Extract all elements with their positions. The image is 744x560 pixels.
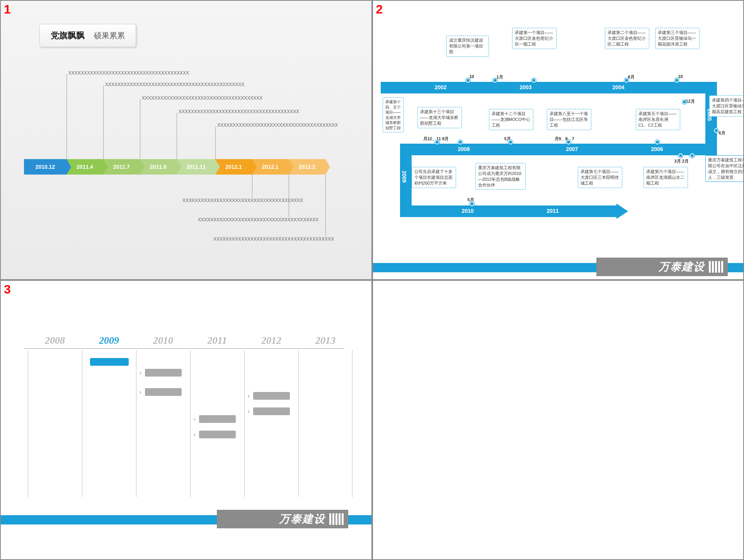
pill-item <box>253 407 290 415</box>
pill-item <box>145 369 182 377</box>
month-label: 3月 2月 <box>674 158 689 164</box>
panel1-title-light: 硕果累累 <box>94 31 125 40</box>
col-2013 <box>298 350 352 497</box>
pill-item <box>199 431 236 438</box>
event-box: 成立重庆恒滨建设有限公司第一项目部 <box>446 36 489 57</box>
month-label: 8月 <box>628 74 635 80</box>
year-2007: 2007 <box>566 146 578 152</box>
leader-line <box>289 175 289 217</box>
seg-7: 2012.2 <box>289 159 325 175</box>
pill-item <box>199 415 236 423</box>
year-2006: 2006 <box>651 146 663 152</box>
seg-3: 2011.9 <box>140 159 177 175</box>
col-2012: › › <box>244 350 298 497</box>
timeline-dot <box>531 78 536 83</box>
seg-6: 2012.1 <box>252 159 289 175</box>
timeline-dot <box>458 140 463 144</box>
leader-line <box>140 99 140 159</box>
timeline-dot <box>508 140 513 144</box>
timeline-dot <box>566 140 571 144</box>
leader-line <box>103 86 104 159</box>
annot-above-1: XXXXXXXXXXXXXXXXXXXXXXXXXXXXXXXXXXXXXXXX… <box>105 82 244 87</box>
panel-2: 2 2002 2003 2004 2005 2006 2007 2008 200… <box>372 0 744 280</box>
event-box: 重庆万泰建筑工程有限公司成为重庆万科2010—2012年总包B级战略合作伙伴 <box>475 163 526 190</box>
pill-item <box>253 392 290 400</box>
p3-columns: › › › › › › <box>28 350 352 497</box>
timeline-dot <box>690 153 695 158</box>
year-2011: 2011 <box>190 335 244 346</box>
panel1-title-box: 党旗飘飘 硕果累累 <box>39 24 136 47</box>
panel1-timeline: 2010.12 2011.4 2011.7 2011.9 2011.11 201… <box>12 70 360 256</box>
year-2010: 2010 <box>136 335 190 346</box>
event-box: 承建第三个项目——大渡口区晋愉绿岛一期花园洋房工程 <box>655 28 700 49</box>
month-label: 1月 <box>497 74 503 80</box>
timeline-dot <box>674 78 679 83</box>
panel-3: 3 2008 2009 2010 2011 2012 2013 › › <box>0 280 372 560</box>
snake-row-1 <box>381 82 717 93</box>
panel-number-1: 1 <box>4 2 11 17</box>
event-box: 承建第七个项目——大渡口区三木阳明佳城工程 <box>578 167 622 188</box>
event-box: 承建第八至十一个项目——包括江北区等工程 <box>547 109 591 130</box>
year-2008: 2008 <box>458 146 470 152</box>
chevron-right-icon: › <box>140 370 141 376</box>
annot-above-3: XXXXXXXXXXXXXXXXXXXXXXXXXXXXXXXXXXXXXXX <box>179 109 299 114</box>
col-2011: › › <box>190 350 244 497</box>
event-box: 承建第二个项目——大渡口区金色世纪小区二期工程 <box>605 28 649 49</box>
panel-number-3: 3 <box>4 282 11 297</box>
timeline-dot <box>678 153 683 158</box>
timeline-dot <box>624 78 629 83</box>
annot-below-0: XXXXXXXXXXXXXXXXXXXXXXXXXXXXXXXXXXXXXXX <box>182 198 303 203</box>
year-2013: 2013 <box>298 335 352 346</box>
panel-number-2: 2 <box>376 2 383 17</box>
brand-text: 万泰建设 <box>659 260 705 274</box>
chevron-right-icon: › <box>194 431 196 438</box>
timeline-dot <box>682 100 687 104</box>
seg-1: 2011.4 <box>66 159 103 175</box>
panel1-title-bold: 党旗飘飘 <box>51 31 85 40</box>
seg-4: 2011.11 <box>177 159 215 175</box>
year-2010: 2010 <box>462 208 474 214</box>
event-box: 承建第十三个项目——龙湖大学城东桥郡别墅工程 <box>417 107 462 128</box>
year-2003: 2003 <box>520 84 532 90</box>
brand-text: 万泰建设 <box>279 512 325 526</box>
brand-bars-icon <box>329 513 344 525</box>
snake-arrowhead-icon <box>616 204 628 219</box>
leader-line <box>177 113 177 159</box>
p3-top-rule <box>24 348 344 349</box>
event-box: 承建第十二个项目——龙湖MOCO中心工程 <box>489 109 533 130</box>
year-2011: 2011 <box>547 208 559 214</box>
year-2009-active: 2009 <box>82 335 136 346</box>
annot-above-0: XXXXXXXXXXXXXXXXXXXXXXXXXXXXXXXXXXXXXXX <box>68 70 189 76</box>
chevron-right-icon: › <box>140 389 141 395</box>
year-2008: 2008 <box>28 335 82 346</box>
year-2005: 2005 <box>707 109 713 121</box>
event-box: 重庆万泰建筑工程有限公司在渝中区注册成立，拥有独立的法人，三级资质 <box>705 155 744 182</box>
seg-0: 2010.12 <box>24 159 66 175</box>
panel3-brand-box: 万泰建设 <box>217 510 348 528</box>
event-box: 承建第一个项目——大渡口区金色世纪小区一期工程 <box>512 28 557 49</box>
panel-4-empty <box>372 280 744 560</box>
event-box: 承建第四个项目——大渡口区晋愉绿岛二期高层建筑工程 <box>709 95 744 117</box>
timeline-dot <box>435 140 439 144</box>
year-2009: 2009 <box>401 171 407 183</box>
event-box: 公司先后承建了十多个项目在建项目总面积约200万平方米 <box>412 167 456 188</box>
seg-2: 2011.7 <box>103 159 140 175</box>
timeline-dot <box>493 78 497 83</box>
panel1-arrow-track: 2010.12 2011.4 2011.7 2011.9 2011.11 201… <box>24 159 325 175</box>
pill-active <box>90 358 129 366</box>
col-2010: › › <box>136 350 190 497</box>
year-2012: 2012 <box>244 335 298 346</box>
timeline-dot <box>470 202 474 206</box>
event-box: 承建第六个项目——南岸区龙湖观山水二期工程 <box>644 167 688 188</box>
col-2008 <box>28 350 82 497</box>
pill-item <box>145 388 182 396</box>
month-label: 10 <box>470 74 474 79</box>
event-box: 承建第十四、五个项目——龙湖大学城东桥郡别墅工程 <box>383 97 404 132</box>
col-2009 <box>82 350 136 497</box>
month-label: 12月 <box>686 98 695 104</box>
panel3-vertical-timeline: 2008 2009 2010 2011 2012 2013 › › <box>1 281 371 559</box>
panel2-snake-timeline: 2002 2003 2004 2005 2006 2007 2008 2009 … <box>373 1 744 279</box>
panel2-brand-box: 万泰建设 <box>596 258 728 276</box>
chevron-right-icon: › <box>248 408 250 414</box>
year-2002: 2002 <box>435 84 447 90</box>
